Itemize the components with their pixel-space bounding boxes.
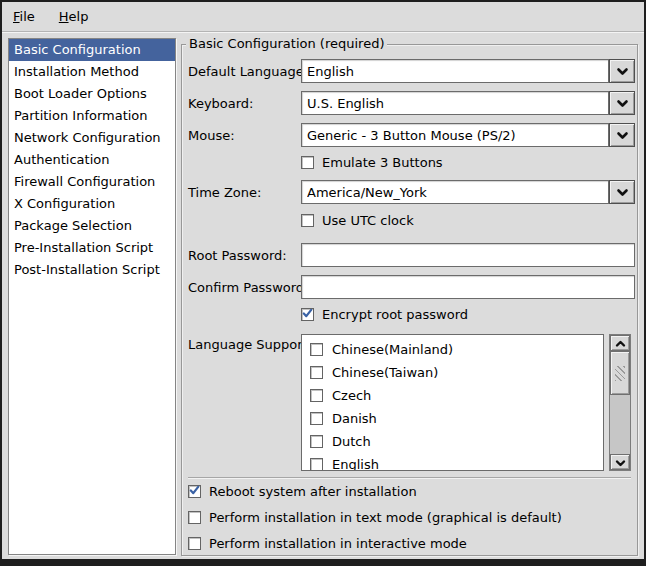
emulate-3-buttons-label: Emulate 3 Buttons bbox=[322, 155, 443, 170]
emulate-3-buttons-checkbox-row[interactable]: Emulate 3 Buttons bbox=[301, 154, 443, 170]
language-option-checkbox[interactable] bbox=[310, 366, 323, 379]
time-zone-combo-button[interactable] bbox=[609, 180, 635, 204]
chevron-down-icon bbox=[616, 185, 629, 200]
language-option-row[interactable]: Chinese(Mainland) bbox=[302, 338, 603, 361]
keyboard-combo-entry[interactable] bbox=[301, 91, 609, 115]
root-password-label: Root Password: bbox=[188, 248, 287, 263]
mouse-combo-button[interactable] bbox=[609, 123, 635, 147]
language-option-label: Danish bbox=[332, 411, 377, 426]
default-language-label: Default Language: bbox=[188, 64, 308, 79]
check-icon bbox=[311, 434, 322, 449]
language-support-label: Language Support: bbox=[188, 337, 312, 352]
interactive-mode-install-label: Perform installation in interactive mode bbox=[209, 536, 467, 551]
check-icon bbox=[302, 213, 313, 228]
chevron-up-icon bbox=[615, 336, 626, 351]
scroll-up-button[interactable] bbox=[610, 335, 630, 351]
emulate-3-buttons-checkbox[interactable] bbox=[301, 156, 314, 169]
time-zone-label: Time Zone: bbox=[188, 185, 261, 200]
confirm-password-field[interactable] bbox=[301, 275, 635, 299]
use-utc-clock-checkbox[interactable] bbox=[301, 214, 314, 227]
scrollbar-thumb[interactable] bbox=[610, 351, 630, 395]
language-option-checkbox[interactable] bbox=[310, 389, 323, 402]
basic-configuration-groupbox: Basic Configuration (required) Default L… bbox=[181, 44, 638, 556]
sidebar-item-post-installation-script[interactable]: Post-Installation Script bbox=[9, 259, 175, 281]
sidebar-item-x-configuration[interactable]: X Configuration bbox=[9, 193, 175, 215]
check-icon bbox=[189, 484, 200, 499]
check-icon bbox=[311, 457, 322, 471]
interactive-mode-install-checkbox[interactable] bbox=[188, 537, 201, 550]
sidebar-item-network-configuration[interactable]: Network Configuration bbox=[9, 127, 175, 149]
default-language-combo-button[interactable] bbox=[609, 59, 635, 83]
language-option-label: Chinese(Mainland) bbox=[332, 342, 453, 357]
reboot-after-install-label: Reboot system after installation bbox=[209, 484, 417, 499]
chevron-down-icon bbox=[616, 128, 629, 143]
check-icon bbox=[302, 155, 313, 170]
sidebar-item-partition-information[interactable]: Partition Information bbox=[9, 105, 175, 127]
text-mode-install-label: Perform installation in text mode (graph… bbox=[209, 510, 562, 525]
time-zone-combo-entry[interactable] bbox=[301, 180, 609, 204]
check-icon bbox=[302, 307, 313, 322]
horizontal-separator bbox=[188, 477, 631, 479]
text-mode-install-checkbox-row[interactable]: Perform installation in text mode (graph… bbox=[188, 509, 562, 525]
language-support-list: Chinese(Mainland) Chinese(Taiwan) Czech … bbox=[301, 334, 604, 471]
menubar: File Help bbox=[2, 2, 644, 32]
check-icon bbox=[189, 510, 200, 525]
language-option-label: Chinese(Taiwan) bbox=[332, 365, 438, 380]
check-icon bbox=[311, 411, 322, 426]
check-icon bbox=[311, 388, 322, 403]
check-icon bbox=[189, 536, 200, 551]
language-option-checkbox[interactable] bbox=[310, 343, 323, 356]
menu-help[interactable]: Help bbox=[54, 6, 94, 27]
sidebar-item-installation-method[interactable]: Installation Method bbox=[9, 61, 175, 83]
check-icon bbox=[311, 342, 322, 357]
groupbox-title: Basic Configuration (required) bbox=[186, 36, 387, 52]
use-utc-clock-label: Use UTC clock bbox=[322, 213, 414, 228]
chevron-down-icon bbox=[616, 96, 629, 111]
confirm-password-label: Confirm Password: bbox=[188, 280, 308, 295]
encrypt-root-password-label: Encrypt root password bbox=[322, 307, 468, 322]
language-option-label: Czech bbox=[332, 388, 371, 403]
language-option-checkbox[interactable] bbox=[310, 435, 323, 448]
language-option-row[interactable]: Chinese(Taiwan) bbox=[302, 361, 603, 384]
encrypt-root-password-checkbox[interactable] bbox=[301, 308, 314, 321]
language-option-row[interactable]: Dutch bbox=[302, 430, 603, 453]
language-list-scrollbar[interactable] bbox=[609, 334, 631, 471]
interactive-mode-install-checkbox-row[interactable]: Perform installation in interactive mode bbox=[188, 535, 467, 551]
sidebar-item-pre-installation-script[interactable]: Pre-Installation Script bbox=[9, 237, 175, 259]
text-mode-install-checkbox[interactable] bbox=[188, 511, 201, 524]
sidebar-item-package-selection[interactable]: Package Selection bbox=[9, 215, 175, 237]
sidebar-section-list: Basic Configuration Installation Method … bbox=[8, 38, 176, 555]
chevron-down-icon bbox=[615, 455, 626, 470]
encrypt-root-password-checkbox-row[interactable]: Encrypt root password bbox=[301, 306, 468, 322]
root-password-field[interactable] bbox=[301, 243, 635, 267]
mouse-combo-entry[interactable] bbox=[301, 123, 609, 147]
language-option-label: English bbox=[332, 457, 379, 471]
keyboard-combo-button[interactable] bbox=[609, 91, 635, 115]
kickstart-configurator-window: File Help Basic Configuration Installati… bbox=[0, 0, 646, 566]
language-option-label: Dutch bbox=[332, 434, 371, 449]
check-icon bbox=[311, 365, 322, 380]
keyboard-label: Keyboard: bbox=[188, 96, 254, 111]
language-option-row[interactable]: Danish bbox=[302, 407, 603, 430]
mouse-label: Mouse: bbox=[188, 128, 235, 143]
language-option-checkbox[interactable] bbox=[310, 412, 323, 425]
sidebar-item-basic-configuration[interactable]: Basic Configuration bbox=[9, 39, 175, 61]
language-option-row[interactable]: Czech bbox=[302, 384, 603, 407]
use-utc-clock-checkbox-row[interactable]: Use UTC clock bbox=[301, 212, 414, 228]
sidebar-item-boot-loader-options[interactable]: Boot Loader Options bbox=[9, 83, 175, 105]
reboot-after-install-checkbox-row[interactable]: Reboot system after installation bbox=[188, 483, 417, 499]
sidebar-item-firewall-configuration[interactable]: Firewall Configuration bbox=[9, 171, 175, 193]
language-option-row[interactable]: English bbox=[302, 453, 603, 471]
sidebar-item-authentication[interactable]: Authentication bbox=[9, 149, 175, 171]
chevron-down-icon bbox=[616, 64, 629, 79]
reboot-after-install-checkbox[interactable] bbox=[188, 485, 201, 498]
scroll-down-button[interactable] bbox=[610, 454, 630, 470]
language-option-checkbox[interactable] bbox=[310, 458, 323, 471]
default-language-combo-entry[interactable] bbox=[301, 59, 609, 83]
menu-file[interactable]: File bbox=[8, 6, 40, 27]
